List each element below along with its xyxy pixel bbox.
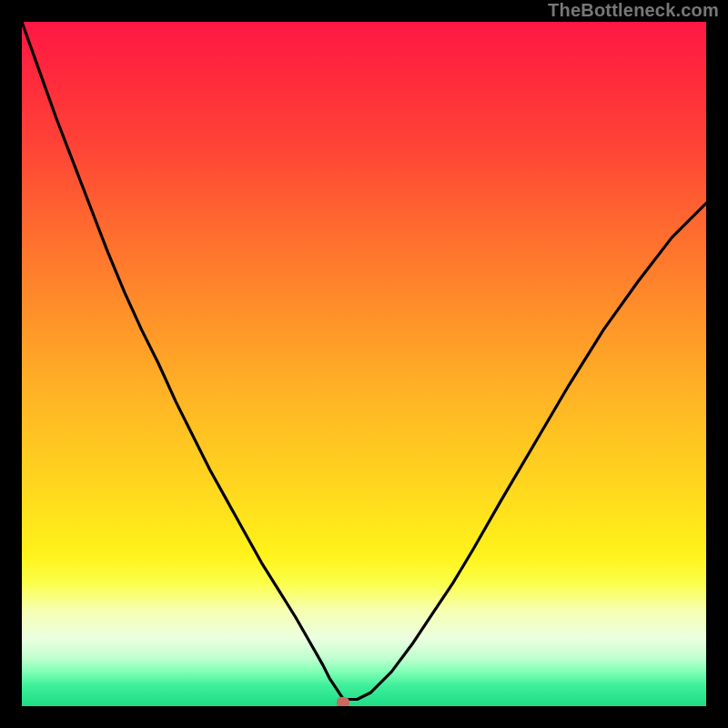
watermark-text: TheBottleneck.com bbox=[548, 0, 719, 21]
bottleneck-curve bbox=[22, 22, 706, 699]
chart-frame: TheBottleneck.com bbox=[0, 0, 728, 728]
curve-svg bbox=[22, 22, 706, 706]
plot-area bbox=[22, 22, 706, 706]
minimum-marker bbox=[337, 697, 349, 706]
